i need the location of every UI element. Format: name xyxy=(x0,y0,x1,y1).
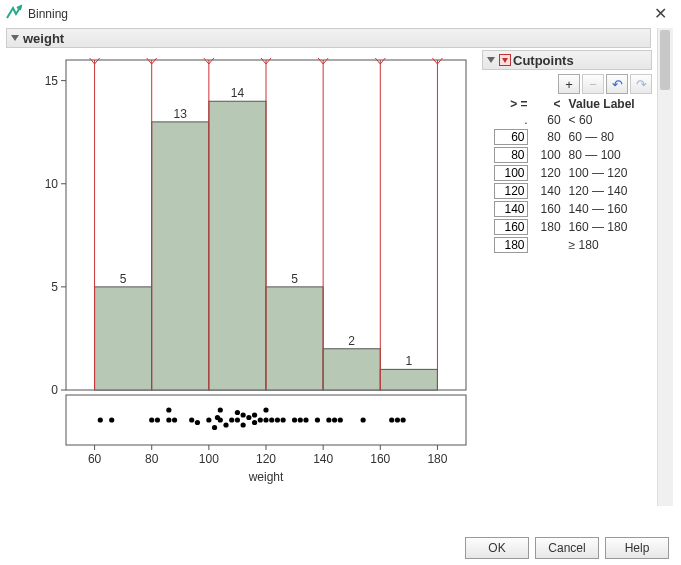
remove-button[interactable]: − xyxy=(582,74,604,94)
ge-input[interactable] xyxy=(494,237,528,253)
svg-text:5: 5 xyxy=(51,280,58,294)
svg-text:5: 5 xyxy=(120,272,127,286)
ge-input[interactable] xyxy=(494,183,528,199)
ge-input[interactable] xyxy=(494,201,528,217)
variable-name: weight xyxy=(23,31,64,46)
svg-point-59 xyxy=(229,417,234,422)
cutpoints-row: ≥ 180 xyxy=(482,236,652,254)
lt-cell: 160 xyxy=(532,200,565,218)
variable-section-header[interactable]: weight xyxy=(6,28,651,48)
svg-point-53 xyxy=(206,417,211,422)
svg-point-50 xyxy=(172,417,177,422)
value-label-cell: 140 — 160 xyxy=(565,200,652,218)
ge-input[interactable] xyxy=(494,147,528,163)
cutpoints-row: 180160 — 180 xyxy=(482,218,652,236)
value-label-cell: 100 — 120 xyxy=(565,164,652,182)
close-icon[interactable]: ✕ xyxy=(648,4,673,23)
lt-cell xyxy=(532,236,565,254)
cutpoints-row: .60< 60 xyxy=(482,112,652,128)
help-button[interactable]: Help xyxy=(605,537,669,559)
window-title: Binning xyxy=(28,7,648,21)
svg-point-73 xyxy=(292,417,297,422)
svg-rect-14 xyxy=(209,101,266,390)
lt-cell: 60 xyxy=(532,112,565,128)
cutpoints-toolbar: + − ↶ ↷ xyxy=(482,74,652,94)
redo-button[interactable]: ↷ xyxy=(630,74,652,94)
cutpoints-table: > = < Value Label .60< 608060 — 8010080 … xyxy=(482,96,652,254)
cancel-button[interactable]: Cancel xyxy=(535,537,599,559)
lt-cell: 180 xyxy=(532,218,565,236)
svg-point-75 xyxy=(303,417,308,422)
svg-text:0: 0 xyxy=(51,383,58,397)
svg-point-74 xyxy=(298,417,303,422)
svg-text:180: 180 xyxy=(427,452,447,466)
svg-point-69 xyxy=(263,407,268,412)
add-button[interactable]: + xyxy=(558,74,580,94)
svg-point-58 xyxy=(223,422,228,427)
cutpoints-row: 120100 — 120 xyxy=(482,164,652,182)
svg-text:5: 5 xyxy=(291,272,298,286)
svg-text:14: 14 xyxy=(231,86,245,100)
svg-text:100: 100 xyxy=(199,452,219,466)
svg-point-65 xyxy=(252,420,257,425)
value-label-cell: 160 — 180 xyxy=(565,218,652,236)
svg-text:80: 80 xyxy=(145,452,159,466)
svg-point-78 xyxy=(332,417,337,422)
svg-point-71 xyxy=(275,417,280,422)
svg-point-48 xyxy=(166,417,171,422)
histogram-panel: 051015513145216080100120140160180weight xyxy=(6,50,476,523)
svg-point-80 xyxy=(361,417,366,422)
lt-cell: 140 xyxy=(532,182,565,200)
svg-text:weight: weight xyxy=(248,470,284,484)
ge-input[interactable] xyxy=(494,165,528,181)
svg-point-56 xyxy=(218,417,223,422)
svg-point-46 xyxy=(149,417,154,422)
svg-point-49 xyxy=(166,407,171,412)
cutpoints-row: 8060 — 80 xyxy=(482,128,652,146)
svg-point-83 xyxy=(395,417,400,422)
app-icon xyxy=(6,4,22,23)
svg-point-76 xyxy=(315,417,320,422)
dialog-footer: OK Cancel Help xyxy=(465,537,669,559)
svg-point-67 xyxy=(258,417,263,422)
cutpoints-row: 140120 — 140 xyxy=(482,182,652,200)
ge-cell: . xyxy=(482,112,532,128)
svg-text:120: 120 xyxy=(256,452,276,466)
scrollbar-thumb[interactable] xyxy=(660,30,670,90)
cutpoints-header[interactable]: Cutpoints xyxy=(482,50,652,70)
svg-rect-12 xyxy=(152,122,209,390)
cutpoints-title: Cutpoints xyxy=(513,53,574,68)
red-menu-icon[interactable] xyxy=(499,54,511,66)
svg-point-63 xyxy=(241,412,246,417)
ge-input[interactable] xyxy=(494,219,528,235)
value-label-cell: < 60 xyxy=(565,112,652,128)
svg-rect-18 xyxy=(323,349,380,390)
svg-point-66 xyxy=(252,412,257,417)
value-label-cell: 60 — 80 xyxy=(565,128,652,146)
svg-text:13: 13 xyxy=(174,107,188,121)
svg-text:140: 140 xyxy=(313,452,333,466)
vertical-scrollbar[interactable] xyxy=(657,28,673,506)
svg-rect-20 xyxy=(380,369,437,390)
svg-point-81 xyxy=(389,417,394,422)
svg-point-68 xyxy=(263,417,268,422)
lt-cell: 120 xyxy=(532,164,565,182)
svg-point-61 xyxy=(235,410,240,415)
cutpoints-row: 10080 — 100 xyxy=(482,146,652,164)
svg-point-79 xyxy=(338,417,343,422)
svg-point-72 xyxy=(281,417,286,422)
svg-point-57 xyxy=(218,407,223,412)
histogram-chart[interactable]: 051015513145216080100120140160180weight xyxy=(6,50,476,520)
svg-point-64 xyxy=(246,415,251,420)
svg-point-47 xyxy=(155,417,160,422)
disclosure-icon xyxy=(11,35,19,41)
value-label-cell: 120 — 140 xyxy=(565,182,652,200)
titlebar: Binning ✕ xyxy=(0,0,681,26)
cutpoints-row: 160140 — 160 xyxy=(482,200,652,218)
lt-cell: 80 xyxy=(532,128,565,146)
svg-point-70 xyxy=(269,417,274,422)
undo-button[interactable]: ↶ xyxy=(606,74,628,94)
ge-input[interactable] xyxy=(494,129,528,145)
ok-button[interactable]: OK xyxy=(465,537,529,559)
svg-text:10: 10 xyxy=(45,177,59,191)
